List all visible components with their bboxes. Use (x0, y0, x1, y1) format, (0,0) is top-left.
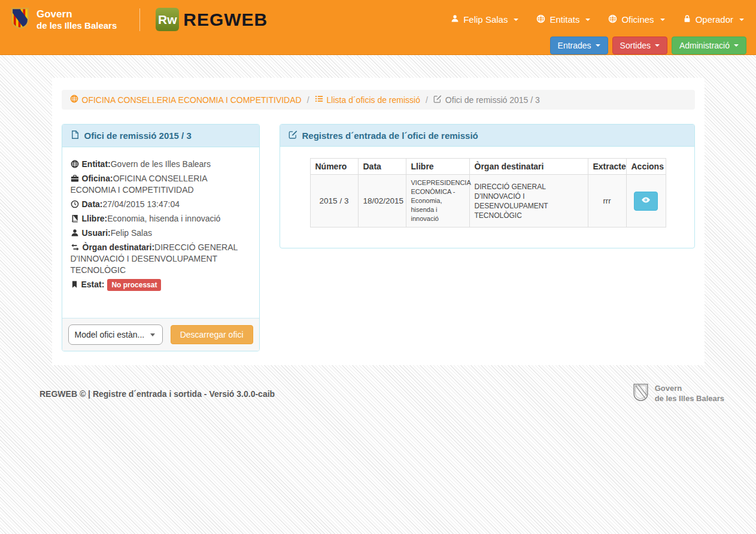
page-footer: REGWEB © | Registre d´entrada i sortida … (40, 382, 724, 405)
entrades-button-label: Entrades (558, 41, 591, 50)
briefcase-icon (71, 174, 79, 183)
brand-line1: Govern (37, 8, 117, 20)
brand-text: Govern de les Illes Balears (37, 8, 117, 31)
nav-menu-operador[interactable]: Operador (683, 14, 744, 25)
breadcrumb-list-label: Llista d´oficis de remissió (327, 95, 420, 105)
breadcrumb-current-item: Ofici de remissió 2015 / 3 (433, 95, 540, 105)
table-header-row: Número Data Llibre Òrgan destinatari Ext… (310, 159, 666, 175)
lock-icon (683, 14, 691, 25)
field-entitat: Entitat:Govern de les Illes Balears (71, 159, 251, 170)
nav-menu-label: Operador (696, 14, 733, 25)
col-header-numero: Número (310, 159, 358, 175)
cell-llibre: VICEPRESIDENCIA ECONÒMICA - Economia, hi… (406, 175, 469, 227)
caret-down-icon (660, 19, 665, 21)
nav-user-menu[interactable]: Felip Salas (451, 14, 518, 25)
breadcrumb-separator: / (307, 95, 309, 105)
edit-icon (433, 95, 442, 105)
bookmark-icon (71, 280, 78, 289)
field-organ-destinatari: Òrgan destinatari:DIRECCIÓ GENERAL D'INN… (71, 242, 251, 276)
breadcrumb-office-link[interactable]: OFICINA CONSELLERIA ECONOMIA I COMPETITI… (70, 95, 302, 105)
ofici-detail-panel-body: Entitat:Govern de les Illes Balears Ofic… (62, 147, 259, 318)
field-usuari-value: Felip Salas (111, 228, 152, 238)
top-navbar: Govern de les Illes Balears Rw REGWEB Fe… (0, 0, 756, 55)
brand-divider (139, 8, 140, 31)
list-icon (315, 95, 323, 105)
rw-logo-badge: Rw (156, 8, 179, 31)
table-row: 2015 / 3 18/02/2015 VICEPRESIDENCIA ECON… (310, 175, 666, 227)
breadcrumb-list-link[interactable]: Llista d´oficis de remissió (315, 95, 420, 105)
nav-user-label: Felip Salas (463, 14, 508, 25)
descarregar-ofici-button[interactable]: Descarregar ofici (171, 325, 253, 344)
brand-line2: de les Illes Balears (37, 20, 117, 31)
caret-down-icon (655, 44, 660, 47)
field-estat-label: Estat: (81, 280, 105, 289)
col-header-llibre: Llibre (406, 159, 469, 175)
registres-table: Número Data Llibre Òrgan destinatari Ext… (310, 158, 666, 227)
edit-icon (289, 130, 297, 141)
cell-data: 18/02/2015 (358, 175, 406, 227)
globe-icon (536, 14, 545, 25)
field-estat: Estat:No processat (71, 279, 251, 291)
caret-down-icon (596, 44, 600, 47)
breadcrumb-office-label: OFICINA CONSELLERIA ECONOMIA I COMPETITI… (82, 95, 302, 105)
field-usuari-label: Usuari: (82, 228, 111, 238)
col-header-accions: Accions (626, 159, 666, 175)
footer-logo-line1: Govern (655, 384, 724, 393)
globe-icon (608, 14, 617, 25)
sortides-button[interactable]: Sortides (612, 37, 667, 54)
nav-menu-label: Oficines (621, 14, 654, 25)
entrades-button[interactable]: Entrades (550, 37, 608, 54)
book-icon (71, 214, 79, 223)
field-llibre-label: Llibre: (82, 214, 108, 223)
field-usuari: Usuari:Felip Salas (71, 227, 251, 239)
cell-numero: 2015 / 3 (310, 175, 358, 227)
field-llibre-value: Economia, hisenda i innovació (107, 214, 220, 223)
cell-organ: DIRECCIÓ GENERAL D'INNOVACIÓ I DESENVOLU… (469, 175, 588, 227)
exchange-icon (71, 243, 80, 251)
footer-copyright: REGWEB © | Registre d´entrada i sortida … (40, 389, 275, 399)
view-record-button[interactable] (634, 192, 658, 211)
ofici-detail-panel-heading: Ofici de remissió 2015 / 3 (62, 125, 259, 147)
administracio-button[interactable]: Administració (672, 37, 746, 54)
field-oficina-label: Oficina: (82, 174, 113, 183)
eye-icon (641, 195, 651, 207)
file-icon (71, 130, 80, 141)
caret-down-icon (734, 44, 739, 47)
field-organ-label: Òrgan destinatari: (83, 242, 155, 252)
registres-panel: Registres d´entrada de l´ofici de remiss… (280, 124, 695, 248)
nav-menu-entitats[interactable]: Entitats (536, 14, 590, 25)
ofici-detail-panel-footer: Model ofici estàn... Descarregar ofici (62, 318, 259, 351)
caret-down-icon (514, 19, 518, 21)
model-ofici-select[interactable]: Model ofici estàn... (68, 324, 163, 345)
clock-icon (71, 200, 79, 208)
user-icon (71, 229, 79, 237)
globe-icon (71, 160, 79, 168)
caret-down-icon (585, 19, 590, 21)
main-card: OFICINA CONSELLERIA ECONOMIA I COMPETITI… (52, 78, 705, 365)
brand[interactable]: Govern de les Illes Balears (10, 6, 117, 33)
govern-crest-icon (10, 6, 31, 33)
footer-logo: Govern de les Illes Balears (632, 382, 724, 405)
nav-menu-label: Entitats (549, 14, 579, 25)
govern-crest-outline-icon (632, 382, 649, 405)
field-oficina: Oficina:OFICINA CONSELLERIA ECONOMIA I C… (71, 173, 251, 196)
registres-panel-title: Registres d´entrada de l´ofici de remiss… (302, 131, 478, 141)
breadcrumb: OFICINA CONSELLERIA ECONOMIA I COMPETITI… (62, 90, 695, 110)
cell-accions (626, 175, 666, 227)
nav-menu-oficines[interactable]: Oficines (608, 14, 664, 25)
registres-panel-body: Número Data Llibre Òrgan destinatari Ext… (280, 147, 694, 248)
breadcrumb-separator: / (426, 95, 428, 105)
field-llibre: Llibre:Economia, hisenda i innovació (71, 213, 251, 224)
administracio-button-label: Administració (679, 41, 730, 50)
col-header-data: Data (358, 159, 406, 175)
caret-down-icon (739, 19, 744, 21)
app-name: REGWEB (183, 10, 268, 30)
field-data-label: Data: (82, 199, 103, 209)
col-header-organ: Òrgan destinatari (469, 159, 588, 175)
model-select-wrap: Model ofici estàn... (68, 324, 163, 345)
registres-panel-heading: Registres d´entrada de l´ofici de remiss… (280, 125, 694, 147)
field-entitat-value: Govern de les Illes Balears (111, 159, 211, 169)
cell-extracte: rrr (588, 175, 626, 227)
ofici-detail-panel-title: Ofici de remissió 2015 / 3 (84, 131, 192, 141)
sortides-button-label: Sortides (620, 41, 651, 50)
